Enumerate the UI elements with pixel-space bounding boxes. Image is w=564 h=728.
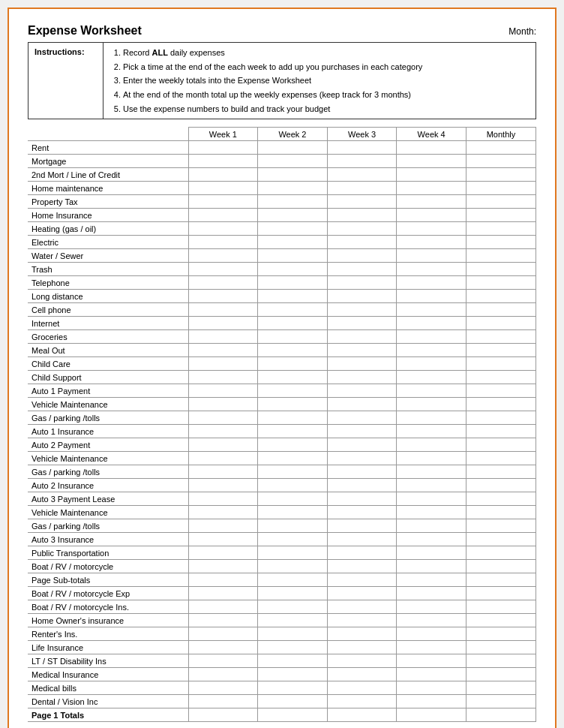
data-cell[interactable] xyxy=(258,708,328,722)
data-cell[interactable] xyxy=(397,290,466,303)
data-cell[interactable] xyxy=(188,506,258,519)
data-cell[interactable] xyxy=(258,668,328,681)
data-cell[interactable] xyxy=(327,627,397,641)
data-cell[interactable] xyxy=(327,222,397,236)
data-cell[interactable] xyxy=(258,533,328,546)
data-cell[interactable] xyxy=(258,384,328,398)
data-cell[interactable] xyxy=(188,317,258,330)
data-cell[interactable] xyxy=(327,668,397,681)
data-cell[interactable] xyxy=(466,384,536,398)
data-cell[interactable] xyxy=(397,195,466,209)
data-cell[interactable] xyxy=(397,492,466,506)
data-cell[interactable] xyxy=(188,330,258,344)
data-cell[interactable] xyxy=(397,411,466,425)
data-cell[interactable] xyxy=(188,141,258,155)
data-cell[interactable] xyxy=(258,398,328,411)
data-cell[interactable] xyxy=(327,560,397,573)
data-cell[interactable] xyxy=(258,303,328,317)
data-cell[interactable] xyxy=(397,587,466,600)
data-cell[interactable] xyxy=(327,168,397,182)
data-cell[interactable] xyxy=(188,249,258,263)
data-cell[interactable] xyxy=(397,276,466,290)
data-cell[interactable] xyxy=(188,519,258,533)
data-cell[interactable] xyxy=(397,155,466,168)
data-cell[interactable] xyxy=(327,425,397,438)
data-cell[interactable] xyxy=(466,276,536,290)
data-cell[interactable] xyxy=(188,155,258,168)
data-cell[interactable] xyxy=(466,452,536,465)
data-cell[interactable] xyxy=(397,573,466,587)
data-cell[interactable] xyxy=(397,425,466,438)
data-cell[interactable] xyxy=(327,479,397,492)
data-cell[interactable] xyxy=(188,425,258,438)
data-cell[interactable] xyxy=(258,276,328,290)
data-cell[interactable] xyxy=(466,195,536,209)
data-cell[interactable] xyxy=(258,506,328,519)
data-cell[interactable] xyxy=(397,384,466,398)
data-cell[interactable] xyxy=(258,492,328,506)
data-cell[interactable] xyxy=(466,519,536,533)
data-cell[interactable] xyxy=(327,452,397,465)
data-cell[interactable] xyxy=(397,452,466,465)
data-cell[interactable] xyxy=(188,708,258,722)
data-cell[interactable] xyxy=(258,425,328,438)
data-cell[interactable] xyxy=(327,195,397,209)
data-cell[interactable] xyxy=(466,249,536,263)
data-cell[interactable] xyxy=(188,344,258,357)
data-cell[interactable] xyxy=(466,317,536,330)
data-cell[interactable] xyxy=(327,357,397,371)
data-cell[interactable] xyxy=(327,236,397,249)
data-cell[interactable] xyxy=(327,317,397,330)
data-cell[interactable] xyxy=(327,344,397,357)
data-cell[interactable] xyxy=(188,600,258,614)
data-cell[interactable] xyxy=(258,357,328,371)
data-cell[interactable] xyxy=(466,411,536,425)
data-cell[interactable] xyxy=(397,668,466,681)
data-cell[interactable] xyxy=(327,209,397,222)
data-cell[interactable] xyxy=(188,627,258,641)
data-cell[interactable] xyxy=(258,681,328,695)
data-cell[interactable] xyxy=(327,465,397,479)
data-cell[interactable] xyxy=(258,290,328,303)
data-cell[interactable] xyxy=(258,182,328,195)
data-cell[interactable] xyxy=(258,411,328,425)
data-cell[interactable] xyxy=(258,263,328,276)
data-cell[interactable] xyxy=(188,236,258,249)
data-cell[interactable] xyxy=(188,357,258,371)
data-cell[interactable] xyxy=(397,371,466,384)
data-cell[interactable] xyxy=(397,519,466,533)
data-cell[interactable] xyxy=(258,479,328,492)
data-cell[interactable] xyxy=(466,357,536,371)
data-cell[interactable] xyxy=(188,168,258,182)
data-cell[interactable] xyxy=(397,695,466,708)
data-cell[interactable] xyxy=(397,614,466,627)
data-cell[interactable] xyxy=(258,627,328,641)
data-cell[interactable] xyxy=(327,587,397,600)
data-cell[interactable] xyxy=(466,560,536,573)
data-cell[interactable] xyxy=(188,222,258,236)
data-cell[interactable] xyxy=(327,330,397,344)
data-cell[interactable] xyxy=(466,222,536,236)
data-cell[interactable] xyxy=(327,155,397,168)
data-cell[interactable] xyxy=(258,249,328,263)
data-cell[interactable] xyxy=(397,506,466,519)
data-cell[interactable] xyxy=(258,195,328,209)
data-cell[interactable] xyxy=(466,290,536,303)
data-cell[interactable] xyxy=(327,438,397,452)
data-cell[interactable] xyxy=(327,641,397,654)
data-cell[interactable] xyxy=(466,600,536,614)
data-cell[interactable] xyxy=(397,263,466,276)
data-cell[interactable] xyxy=(327,182,397,195)
data-cell[interactable] xyxy=(327,276,397,290)
data-cell[interactable] xyxy=(258,519,328,533)
data-cell[interactable] xyxy=(258,222,328,236)
data-cell[interactable] xyxy=(327,614,397,627)
data-cell[interactable] xyxy=(258,317,328,330)
data-cell[interactable] xyxy=(188,546,258,560)
data-cell[interactable] xyxy=(188,695,258,708)
data-cell[interactable] xyxy=(258,209,328,222)
data-cell[interactable] xyxy=(466,425,536,438)
data-cell[interactable] xyxy=(327,519,397,533)
data-cell[interactable] xyxy=(397,600,466,614)
data-cell[interactable] xyxy=(327,654,397,668)
